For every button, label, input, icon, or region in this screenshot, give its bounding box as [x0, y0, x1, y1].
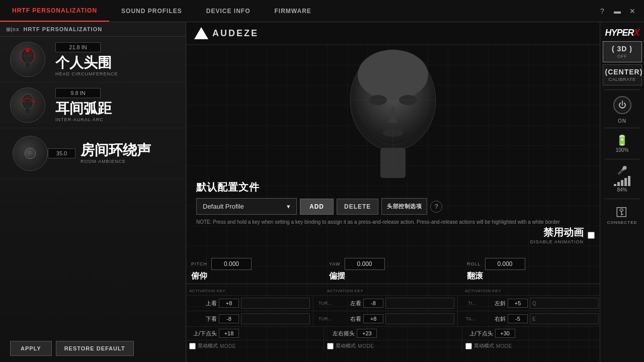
disable-animation-checkbox[interactable]	[588, 232, 595, 239]
pitch-up-label: 上看	[189, 300, 217, 307]
control-row-1: 下看 TUR... 右看 TIL... 右斜	[186, 311, 600, 327]
svg-rect-6	[26, 63, 30, 68]
roll-jitter-checkbox[interactable]	[465, 343, 472, 349]
audeze-header: AUDEZE	[186, 22, 600, 45]
yaw-right-key[interactable]	[385, 313, 454, 324]
tab-device-info[interactable]: DEVICE INFO	[194, 0, 263, 22]
mic-level-bars	[614, 176, 630, 186]
pitch-jitter-checkbox[interactable]	[189, 343, 196, 349]
room-ambience-row: 35.0 房间环绕声 ROOM AMBIENCE	[0, 128, 186, 179]
yaw-jitter-mode: MODE	[358, 343, 374, 349]
yaw-left-label: 左看	[334, 300, 361, 307]
tab-hrtf[interactable]: HRTF PERSONALIZATION	[0, 0, 109, 22]
yaw-value-input[interactable]	[345, 258, 385, 270]
roll-value-input[interactable]	[485, 258, 525, 270]
delete-profile-button[interactable]: DELETE	[337, 199, 378, 215]
roll-nod-label: 上/下点头	[465, 330, 493, 337]
3d-label: ( 3D )	[605, 45, 639, 53]
yaw-jitter-label: 晃动模式	[336, 342, 356, 349]
pitch-nod-value[interactable]	[219, 329, 239, 338]
power-button[interactable]: ⏻	[613, 96, 631, 114]
mic-bar-5	[628, 176, 630, 186]
profile-section: 默认配置文件 Default Profile ▾ ADD DELETE 头部控制…	[196, 180, 595, 230]
svg-rect-11	[26, 109, 30, 114]
mic-bar-1	[614, 184, 616, 186]
roll-nod-value[interactable]	[495, 329, 515, 338]
roll-activation-header: ACTIVATION KEY	[462, 284, 600, 295]
inter-aural-info: 9.8 IN 耳间弧距 INTER-AURAL ARC	[45, 88, 176, 123]
control-row-0: 上看 TUR... 左看 TI... 左斜	[186, 296, 600, 311]
pitch-value-input[interactable]	[211, 258, 252, 270]
head-control-button[interactable]: 头部控制选项	[381, 198, 427, 215]
roll-right-value[interactable]	[508, 314, 528, 323]
bottom-buttons: APPLY RESTORE DEFAULT	[0, 335, 186, 362]
add-profile-button[interactable]: ADD	[300, 199, 334, 215]
inter-aural-chinese: 耳间弧距	[55, 101, 176, 117]
room-ambience-value: 35.0	[48, 148, 75, 158]
inter-aural-value: 9.8 IN	[55, 88, 101, 98]
3d-toggle-button[interactable]: ( 3D ) OFF	[603, 41, 642, 62]
jitter-row: 晃动模式 MODE 晃动模式 MODE 晃动模式 MODE	[186, 340, 600, 351]
yaw-jitter-checkbox[interactable]	[327, 343, 334, 349]
yaw-label: YAW	[329, 261, 341, 266]
audeze-triangle	[194, 27, 208, 39]
3d-sub-label: OFF	[605, 54, 639, 59]
left-panel-header: ⊞|nx HRTF PERSONALIZATION	[0, 22, 186, 37]
right-panel: HYPERX ( 3D ) OFF (CENTER) CALIBRATE ⏻ O…	[600, 22, 644, 362]
mic-section: 🎤 84%	[614, 165, 630, 193]
yaw-shake-value[interactable]	[357, 329, 377, 338]
battery-icon: 🔋	[616, 134, 628, 146]
inter-aural-row: 9.8 IN 耳间弧距 INTER-AURAL ARC	[0, 82, 186, 128]
yaw-left-cell: TUR... 左看	[313, 296, 458, 311]
main-layout: ⊞|nx HRTF PERSONALIZATION	[0, 22, 644, 362]
profile-title: 默认配置文件	[196, 180, 595, 194]
divider-4	[605, 199, 640, 199]
center-calibrate-button[interactable]: (CENTER) CALIBRATE	[603, 64, 642, 85]
minimize-icon[interactable]: ▬	[612, 6, 623, 17]
pitch-jitter-label: 晃动模式	[198, 342, 218, 349]
mic-bar-4	[624, 178, 627, 186]
head-circumference-row: 21.8 IN 个人头围 HEAD CIRCUMFERENCE	[0, 37, 186, 82]
pitch-activation-header: ACTIVATION KEY	[186, 284, 324, 295]
profile-select[interactable]: Default Profile ▾	[196, 198, 297, 215]
left-panel: ⊞|nx HRTF PERSONALIZATION	[0, 22, 186, 362]
yaw-col-header: YAW 偏摆	[324, 256, 462, 284]
yaw-left-value[interactable]	[363, 299, 383, 308]
roll-nod-cell: 上/下点头	[462, 327, 600, 340]
yaw-left-key[interactable]	[385, 298, 454, 309]
divider-1	[605, 89, 640, 90]
profile-controls: Default Profile ▾ ADD DELETE 头部控制选项 ?	[196, 198, 595, 215]
roll-left-value[interactable]	[508, 299, 528, 308]
room-ambience-dial[interactable]: 35.0	[10, 133, 50, 173]
restore-default-button[interactable]: RESTORE DEFAULT	[56, 341, 134, 356]
divider-3	[605, 159, 640, 159]
pitch-down-value[interactable]	[219, 314, 239, 323]
roll-left-key[interactable]	[530, 298, 599, 309]
head-circumference-chinese: 个人头围	[55, 55, 176, 71]
center-label: (CENTER)	[605, 68, 639, 76]
help-icon[interactable]: ?	[597, 6, 608, 17]
head-3d-model	[323, 45, 463, 196]
pitch-up-key[interactable]	[241, 298, 310, 309]
roll-jitter-mode: MODE	[496, 343, 512, 349]
pitch-up-value[interactable]	[219, 299, 239, 308]
help-button[interactable]: ?	[430, 201, 442, 213]
tab-sound-profiles[interactable]: SOUND PROFILES	[109, 0, 194, 22]
roll-right-key[interactable]	[530, 313, 599, 324]
pitch-nod-label: 上/下点头	[189, 330, 217, 337]
left-panel-title: HRTF PERSONALIZATION	[23, 26, 102, 32]
disable-anim-english: DISABLE ANIMATION	[530, 239, 584, 244]
tab-firmware[interactable]: FIRMWARE	[262, 0, 323, 22]
connected-label: CONNECTED	[607, 220, 637, 225]
room-ambience-english: ROOM AMBIENCE	[80, 159, 176, 164]
inter-aural-icon	[10, 87, 45, 123]
roll-col-header: ROLL 翻滚	[462, 256, 600, 284]
wnx-logo: ⊞|nx	[6, 27, 19, 32]
battery-percentage: 100%	[616, 147, 629, 153]
apply-button[interactable]: APPLY	[10, 341, 52, 356]
close-icon[interactable]: ✕	[627, 6, 638, 17]
yaw-right-value[interactable]	[363, 314, 383, 323]
pitch-down-key[interactable]	[241, 313, 310, 324]
center-sub-label: CALIBRATE	[605, 77, 639, 82]
roll-chinese: 翻滚	[467, 271, 483, 282]
